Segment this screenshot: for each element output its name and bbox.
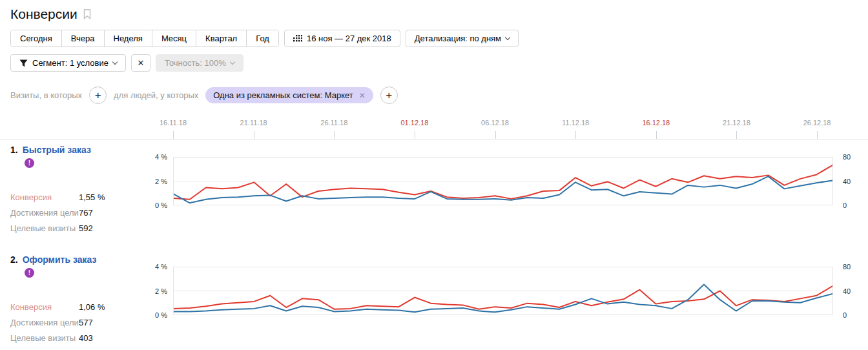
stat-row-target-visits: Целевые визиты 403 <box>10 333 169 345</box>
y-axis-left-tick: 2 % <box>155 178 167 185</box>
x-axis-tick-mark <box>817 131 818 139</box>
goal-info: 2. Оформить заказ ! Конверсия 1,06 % Дос… <box>10 254 169 278</box>
filter-chip-ad-system[interactable]: Одна из рекламных систем: Маркет ✕ <box>205 87 373 103</box>
line-chart-plot-area[interactable] <box>173 157 833 205</box>
x-axis-date-label: 16.11.18 <box>160 119 187 127</box>
period-week-button[interactable]: Неделя <box>104 30 152 46</box>
y-axis-left-tick: 4 % <box>155 263 167 271</box>
bookmark-icon[interactable] <box>83 9 91 19</box>
segment-clear-button[interactable]: ✕ <box>131 54 150 72</box>
y-axis-right-tick: 80 <box>843 263 851 271</box>
x-axis-date-label: 11.12.18 <box>562 119 589 127</box>
target-visits-value: 592 <box>79 223 93 235</box>
period-segmented-control: Сегодня Вчера Неделя Месяц Квартал Год <box>10 30 279 47</box>
period-year-button[interactable]: Год <box>246 30 278 46</box>
goal-row-1: 1. Быстрый заказ ! Конверсия 1,55 % Дост… <box>0 143 868 253</box>
period-today-button[interactable]: Сегодня <box>11 30 61 46</box>
segment-controls: Сегмент: 1 условие ✕ Точность: 100% <box>10 54 243 72</box>
x-axis-date-label: 16.12.18 <box>642 119 670 127</box>
goal-title-link[interactable]: Оформить заказ <box>23 254 97 265</box>
detail-label: Детализация: по дням <box>415 34 501 43</box>
goal-row-2: 2. Оформить заказ ! Конверсия 1,06 % Дос… <box>0 253 868 350</box>
y-axis-right-tick: 0 <box>843 311 847 319</box>
funnel-icon <box>19 59 28 67</box>
x-axis-date-header: 16.11.1821.11.1826.11.1801.12.1806.12.18… <box>173 119 833 139</box>
conversions-report-page: Конверсии Сегодня Вчера Неделя Месяц Ква… <box>0 0 868 350</box>
y-axis-left-tick: 0 % <box>155 201 167 209</box>
goal-number: 2. <box>10 254 18 265</box>
retargeting-goal-icon: ! <box>25 158 34 168</box>
y-axis-right-tick: 40 <box>843 287 851 295</box>
goal-chart: 4 % 2 % 0 % 80 40 0 <box>173 267 833 315</box>
y-axis-right-tick: 40 <box>843 178 851 185</box>
target-visits-label: Целевые визиты <box>10 223 79 235</box>
segment-dropdown[interactable]: Сегмент: 1 условие <box>10 54 126 72</box>
period-controls: Сегодня Вчера Неделя Месяц Квартал Год 1… <box>10 30 519 47</box>
y-axis-left-tick: 0 % <box>155 311 167 319</box>
y-axis-left-tick: 2 % <box>155 287 167 295</box>
accuracy-dropdown[interactable]: Точность: 100% <box>156 54 243 72</box>
goal-reaches-value: 767 <box>79 207 93 220</box>
goal-stats: Конверсия 1,06 % Достижения цели 577 Цел… <box>10 302 169 348</box>
period-yesterday-button[interactable]: Вчера <box>61 30 104 46</box>
add-people-condition-button[interactable]: + <box>380 87 398 104</box>
people-condition-label: для людей, у которых <box>114 90 198 100</box>
stat-row-conversion: Конверсия 1,55 % <box>10 192 169 204</box>
x-axis-tick-mark <box>736 131 737 139</box>
x-axis-tick-mark <box>415 131 415 139</box>
x-axis-date-label: 21.12.18 <box>723 119 750 127</box>
goal-stats: Конверсия 1,55 % Достижения цели 767 Цел… <box>10 192 169 238</box>
filter-chip-label: Одна из рекламных систем: Маркет <box>213 90 353 100</box>
segment-filter-bar: Визиты, в которых + для людей, у которых… <box>10 87 398 104</box>
x-axis-tick-mark <box>334 131 335 139</box>
x-axis-tick-mark <box>173 131 174 139</box>
period-quarter-button[interactable]: Квартал <box>196 30 246 46</box>
date-range-button[interactable]: 16 ноя — 27 дек 2018 <box>284 30 400 47</box>
goal-reaches-label: Достижения цели <box>10 317 79 329</box>
add-visit-condition-button[interactable]: + <box>89 87 107 104</box>
x-axis-date-label: 21.11.18 <box>240 119 267 127</box>
line-chart-svg <box>174 158 832 205</box>
retargeting-goal-icon: ! <box>25 268 34 278</box>
x-axis-date-label: 01.12.18 <box>400 119 428 127</box>
line-chart-svg <box>174 267 832 314</box>
x-axis-tick-mark <box>254 131 254 139</box>
goal-chart: 4 % 2 % 0 % 80 40 0 <box>173 157 833 205</box>
visits-condition-label: Визиты, в которых <box>10 90 82 100</box>
segment-label: Сегмент: 1 условие <box>32 58 108 68</box>
goal-reaches-value: 577 <box>79 317 93 329</box>
conversion-value: 1,55 % <box>79 192 105 204</box>
chevron-down-icon <box>229 59 234 65</box>
stat-row-conversion: Конверсия 1,06 % <box>10 302 169 314</box>
conversion-value: 1,06 % <box>79 302 105 314</box>
y-axis-left-tick: 4 % <box>155 153 167 161</box>
accuracy-label: Точность: 100% <box>165 58 226 68</box>
conversion-label: Конверсия <box>10 302 79 314</box>
x-axis-tick-mark <box>495 131 496 139</box>
conversion-label: Конверсия <box>10 192 79 204</box>
goal-number: 1. <box>10 145 18 155</box>
period-month-button[interactable]: Месяц <box>152 30 196 46</box>
chevron-down-icon <box>505 35 510 40</box>
page-header: Конверсии <box>10 6 91 22</box>
stat-row-goal-reaches: Достижения цели 577 <box>10 317 169 329</box>
target-visits-value: 403 <box>79 333 93 345</box>
y-axis-right-tick: 0 <box>843 201 847 209</box>
x-axis-date-label: 06.12.18 <box>481 119 509 127</box>
x-axis-date-label: 26.11.18 <box>320 119 347 127</box>
chevron-down-icon <box>112 59 118 65</box>
goal-title-link[interactable]: Быстрый заказ <box>23 145 91 155</box>
target-visits-label: Целевые визиты <box>10 333 79 345</box>
goal-info: 1. Быстрый заказ ! Конверсия 1,55 % Дост… <box>10 145 169 168</box>
calendar-grid-icon <box>293 35 302 43</box>
stat-row-goal-reaches: Достижения цели 767 <box>10 207 169 220</box>
detail-dropdown[interactable]: Детализация: по дням <box>406 30 519 47</box>
stat-row-target-visits: Целевые визиты 592 <box>10 223 169 235</box>
y-axis-right-tick: 80 <box>843 153 851 161</box>
goal-reaches-label: Достижения цели <box>10 207 79 220</box>
date-range-label: 16 ноя — 27 дек 2018 <box>307 34 391 43</box>
x-axis-tick-mark <box>575 131 576 139</box>
x-axis-date-label: 26.12.18 <box>803 119 831 127</box>
chip-close-icon[interactable]: ✕ <box>359 91 366 100</box>
line-chart-plot-area[interactable] <box>173 267 833 315</box>
